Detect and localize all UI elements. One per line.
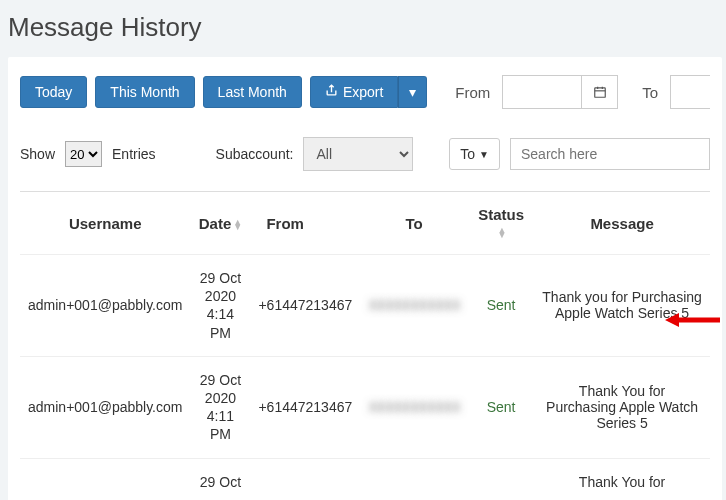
entries-label: Entries	[112, 146, 156, 162]
cell-username: admin+001@pabbly.com	[20, 356, 190, 458]
col-message[interactable]: Message	[534, 192, 710, 255]
col-from[interactable]: From	[250, 192, 360, 255]
sort-icon: ▲▼	[498, 228, 507, 238]
cell-date: 29 Oct 2020 4:14 PM	[190, 255, 250, 357]
page-size-select[interactable]: 20	[65, 141, 102, 167]
col-date[interactable]: Date▲▼	[190, 192, 250, 255]
svg-rect-0	[594, 88, 605, 97]
message-table: Username Date▲▼ From To Status▲▼ Message…	[20, 191, 710, 500]
this-month-button[interactable]: This Month	[95, 76, 194, 108]
cell-status: Sent	[468, 255, 534, 357]
cell-username	[20, 458, 190, 500]
cell-message: Thank You for	[534, 458, 710, 500]
col-status[interactable]: Status▲▼	[468, 192, 534, 255]
share-icon	[325, 84, 338, 100]
direction-label: To	[460, 146, 475, 162]
direction-dropdown[interactable]: To ▼	[449, 138, 500, 170]
cell-to: XXXXXXXXXXX	[360, 255, 468, 357]
export-button-group[interactable]: Export ▾	[310, 76, 427, 108]
table-row: admin+001@pabbly.com 29 Oct 2020 4:11 PM…	[20, 356, 710, 458]
from-label: From	[451, 84, 494, 101]
show-label: Show	[20, 146, 55, 162]
today-button[interactable]: Today	[20, 76, 87, 108]
cell-message: Thank You for Purchasing Apple Watch Ser…	[534, 356, 710, 458]
calendar-icon	[593, 85, 607, 99]
page-title: Message History	[8, 12, 722, 43]
last-month-button[interactable]: Last Month	[203, 76, 302, 108]
export-caret-button[interactable]: ▾	[398, 76, 427, 108]
cell-from: +61447213467	[250, 356, 360, 458]
cell-from	[250, 458, 360, 500]
cell-to	[360, 458, 468, 500]
cell-from: +61447213467	[250, 255, 360, 357]
to-label: To	[638, 84, 662, 101]
search-input[interactable]	[510, 138, 710, 170]
col-username[interactable]: Username	[20, 192, 190, 255]
to-date-input[interactable]	[670, 75, 710, 109]
cell-date: 29 Oct 2020 4:11 PM	[190, 356, 250, 458]
subaccount-label: Subaccount:	[216, 146, 294, 162]
export-label: Export	[343, 84, 383, 100]
sort-icon: ▲▼	[233, 220, 242, 230]
cell-username: admin+001@pabbly.com	[20, 255, 190, 357]
cell-message: Thank you for Purchasing Apple Watch Ser…	[534, 255, 710, 357]
table-row: 29 Oct Thank You for	[20, 458, 710, 500]
cell-date: 29 Oct	[190, 458, 250, 500]
table-row: admin+001@pabbly.com 29 Oct 2020 4:14 PM…	[20, 255, 710, 357]
col-to[interactable]: To	[360, 192, 468, 255]
from-calendar-button[interactable]	[582, 75, 618, 109]
cell-status	[468, 458, 534, 500]
from-date-input[interactable]	[502, 75, 582, 109]
caret-down-icon: ▾	[409, 84, 416, 100]
subaccount-select[interactable]: All	[303, 137, 413, 171]
caret-down-icon: ▼	[479, 149, 489, 160]
cell-status: Sent	[468, 356, 534, 458]
export-button[interactable]: Export	[310, 76, 398, 108]
cell-to: XXXXXXXXXXX	[360, 356, 468, 458]
